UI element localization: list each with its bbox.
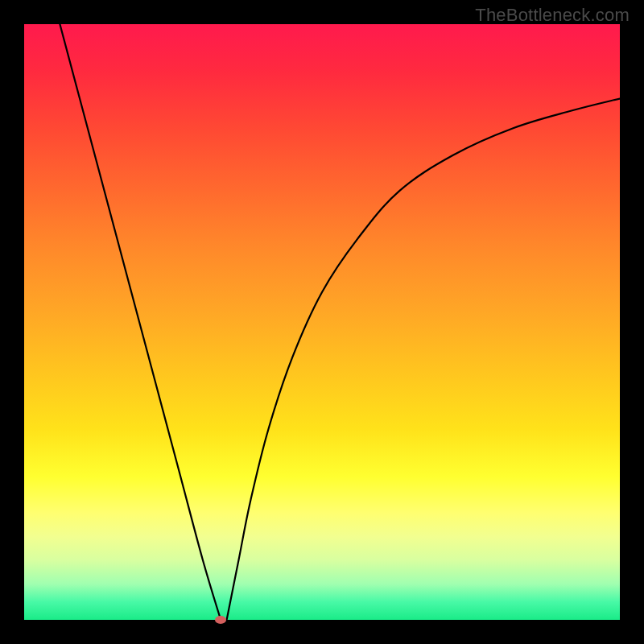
bottleneck-curve bbox=[24, 24, 620, 620]
watermark-text: TheBottleneck.com bbox=[475, 5, 630, 26]
bottleneck-marker bbox=[215, 616, 226, 624]
plot-area bbox=[24, 24, 620, 620]
